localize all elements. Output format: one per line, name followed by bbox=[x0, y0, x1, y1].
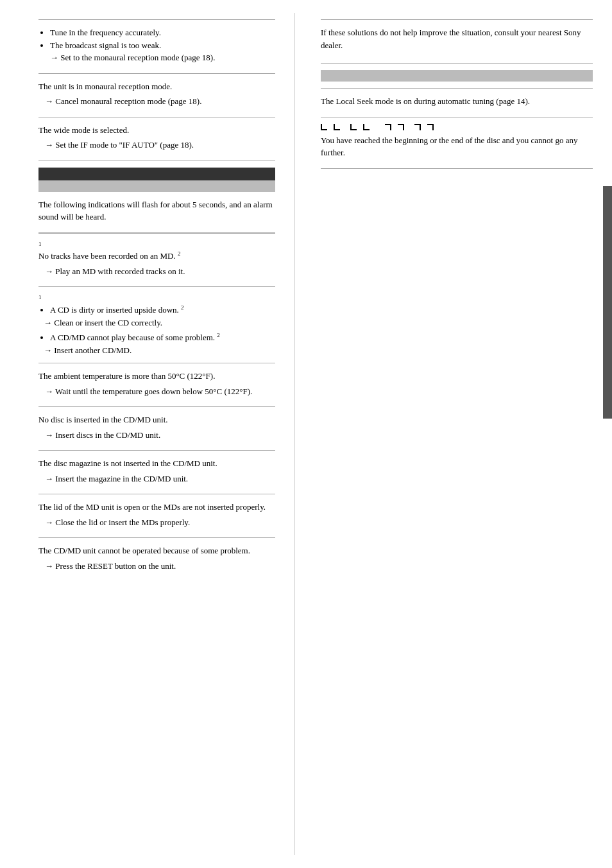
lcd-char-rr2 bbox=[398, 124, 404, 130]
right-gray-header bbox=[321, 70, 593, 82]
arrow-icon: → bbox=[45, 266, 53, 276]
no-tracks-label: 1 bbox=[38, 240, 275, 249]
tune-sub-text: Set to the monaural reception mode (page… bbox=[60, 53, 215, 62]
lcd-char-ll3 bbox=[350, 124, 357, 130]
lcd-char-rr1 bbox=[385, 124, 391, 130]
temp-line2: → Wait until the temperature goes down b… bbox=[38, 385, 275, 398]
flash-intro-section: The following indications will flash for… bbox=[38, 192, 275, 233]
no-disc-line2: → Insert discs in the CD/MD unit. bbox=[38, 429, 275, 442]
end-of-disc-section: You have reached the beginning or the en… bbox=[321, 117, 593, 169]
monaural-section: The unit is in monaural reception mode. … bbox=[38, 74, 275, 117]
lcd-char-rr3 bbox=[414, 124, 421, 130]
right-edge-bar bbox=[603, 186, 612, 419]
arrow-icon: → bbox=[45, 561, 53, 571]
cd-item2: A CD/MD cannot play because of some prob… bbox=[50, 331, 275, 356]
sup2b: 2 bbox=[217, 332, 220, 338]
wide-mode-line2: → Set the IF mode to "IF AUTO" (page 18)… bbox=[38, 139, 275, 152]
arrow-icon: → bbox=[44, 345, 52, 355]
lcd-char-rr4 bbox=[427, 124, 434, 130]
temperature-section: The ambient temperature is more than 50°… bbox=[38, 363, 275, 407]
lcd-display bbox=[321, 124, 593, 130]
gray-header-bar bbox=[38, 180, 275, 192]
temp-line1: The ambient temperature is more than 50°… bbox=[38, 370, 275, 383]
solutions-section: If these solutions do not help improve t… bbox=[321, 19, 593, 64]
list-item: The broadcast signal is too weak. bbox=[50, 39, 275, 52]
no-disc-section: No disc is inserted in the CD/MD unit. →… bbox=[38, 407, 275, 451]
sup2a: 2 bbox=[181, 304, 184, 311]
magazine-line2: → Insert the magazine in the CD/MD unit. bbox=[38, 473, 275, 485]
list-item: Tune in the frequency accurately. bbox=[50, 26, 275, 39]
end-of-disc-text: You have reached the beginning or the en… bbox=[321, 134, 593, 159]
flash-intro-text: The following indications will flash for… bbox=[38, 198, 275, 223]
no-tracks-line2: → Play an MD with recorded tracks on it. bbox=[38, 265, 275, 278]
lid-line1: The lid of the MD unit is open or the MD… bbox=[38, 501, 275, 514]
arrow-icon: → bbox=[45, 474, 53, 483]
arrow-icon: → bbox=[45, 96, 53, 106]
cd-label: 1 bbox=[38, 293, 275, 302]
cd-list: A CD is dirty or inserted upside down. 2… bbox=[38, 304, 275, 357]
no-disc-line1: No disc is inserted in the CD/MD unit. bbox=[38, 413, 275, 426]
local-seek-text: The Local Seek mode is on during automat… bbox=[321, 95, 593, 108]
arrow-icon: → bbox=[45, 140, 53, 150]
solutions-text: If these solutions do not help improve t… bbox=[321, 26, 593, 51]
page: Tune in the frequency accurately. The br… bbox=[0, 0, 612, 868]
dark-header-bar bbox=[38, 168, 275, 180]
monaural-line2: → Cancel monaural reception mode (page 1… bbox=[38, 95, 275, 108]
arrow-icon: → bbox=[45, 430, 53, 440]
cd-item1: A CD is dirty or inserted upside down. 2… bbox=[50, 304, 275, 329]
magazine-line1: The disc magazine is not inserted in the… bbox=[38, 457, 275, 470]
monaural-line1: The unit is in monaural reception mode. bbox=[38, 80, 275, 93]
cd-dirty-section: 1 A CD is dirty or inserted upside down.… bbox=[38, 287, 275, 363]
tune-list: Tune in the frequency accurately. The br… bbox=[38, 26, 275, 51]
cdmd-line1: The CD/MD unit cannot be operated becaus… bbox=[38, 544, 275, 557]
cdmd-problem-section: The CD/MD unit cannot be operated becaus… bbox=[38, 538, 275, 581]
tune-section: Tune in the frequency accurately. The br… bbox=[38, 19, 275, 74]
left-column: Tune in the frequency accurately. The br… bbox=[0, 13, 295, 855]
arrow-icon: → bbox=[50, 53, 58, 62]
lcd-char-ll4 bbox=[363, 124, 370, 130]
no-tracks-line1: No tracks have been recorded on an MD. 2 bbox=[38, 250, 275, 263]
magazine-section: The disc magazine is not inserted in the… bbox=[38, 451, 275, 494]
lid-section: The lid of the MD unit is open or the MD… bbox=[38, 494, 275, 538]
tune-sub: → Set to the monaural reception mode (pa… bbox=[38, 51, 275, 64]
cdmd-line2: → Press the RESET button on the unit. bbox=[38, 560, 275, 573]
arrow-icon: → bbox=[45, 517, 53, 527]
right-column: If these solutions do not help improve t… bbox=[295, 13, 612, 855]
wide-mode-section: The wide mode is selected. → Set the IF … bbox=[38, 117, 275, 161]
lcd-char-ll2 bbox=[334, 124, 340, 130]
arrow-icon: → bbox=[44, 318, 52, 327]
arrow-icon: → bbox=[45, 386, 53, 396]
wide-mode-line1: The wide mode is selected. bbox=[38, 124, 275, 137]
sup2: 2 bbox=[178, 250, 181, 257]
lcd-char-ll1 bbox=[321, 124, 327, 130]
lid-line2: → Close the lid or insert the MDs proper… bbox=[38, 516, 275, 529]
no-tracks-section: 1 No tracks have been recorded on an MD.… bbox=[38, 233, 275, 288]
local-seek-section: The Local Seek mode is on during automat… bbox=[321, 88, 593, 117]
